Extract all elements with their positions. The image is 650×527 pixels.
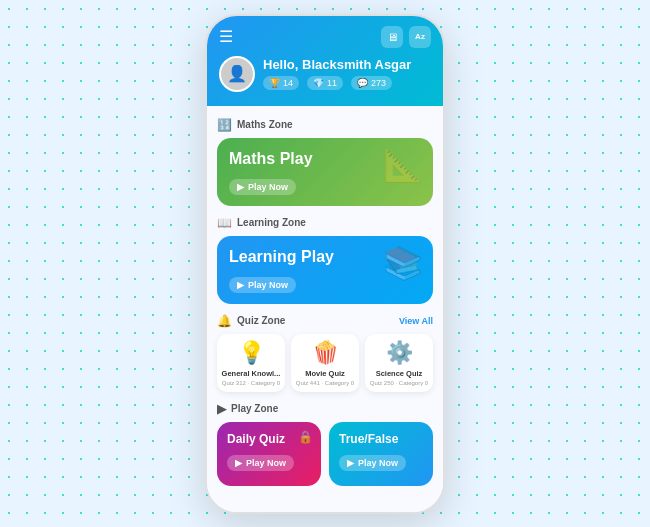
- phone-body: 🔢 Maths Zone Maths Play ▶ Play Now 📐 📖 L…: [207, 106, 443, 512]
- daily-play-icon: ▶: [235, 458, 242, 468]
- stats-row: 🏆 14 💎 11 💬 273: [263, 76, 411, 90]
- message-stat: 💬 273: [351, 76, 392, 90]
- daily-quiz-card[interactable]: Daily Quiz ▶ Play Now 🔒: [217, 422, 321, 486]
- general-quiz-sub: Quiz 312 · Category 0: [221, 380, 281, 386]
- quiz-zone-text: Quiz Zone: [237, 315, 285, 326]
- movie-quiz-icon: 🍿: [295, 340, 355, 366]
- quiz-card-movie[interactable]: 🍿 Movie Quiz Quiz 441 · Category 0: [291, 334, 359, 392]
- true-false-card[interactable]: True/False ▶ Play Now: [329, 422, 433, 486]
- avatar: 👤: [219, 56, 255, 92]
- true-false-play-button[interactable]: ▶ Play Now: [339, 455, 406, 471]
- view-all-button[interactable]: View All: [399, 316, 433, 326]
- play-zone-text: Play Zone: [231, 403, 278, 414]
- user-greeting: Hello, Blacksmith Asgar: [263, 57, 411, 72]
- learning-zone-label: 📖 Learning Zone: [217, 216, 433, 230]
- maths-zone-icon: 🔢: [217, 118, 232, 132]
- trophy-value: 14: [283, 78, 293, 88]
- trophy-stat: 🏆 14: [263, 76, 299, 90]
- play-zone-cards-row: Daily Quiz ▶ Play Now 🔒 True/False ▶ Pla…: [217, 422, 433, 486]
- true-false-play-label: Play Now: [358, 458, 398, 468]
- quiz-zone-label: 🔔 Quiz Zone: [217, 314, 285, 328]
- learning-zone-text: Learning Zone: [237, 217, 306, 228]
- avatar-emoji: 👤: [227, 64, 247, 83]
- quiz-card-science[interactable]: ⚙️ Science Quiz Quiz 250 · Category 0: [365, 334, 433, 392]
- learning-play-button[interactable]: ▶ Play Now: [229, 277, 296, 293]
- quiz-zone-header: 🔔 Quiz Zone View All: [217, 314, 433, 328]
- science-quiz-title: Science Quiz: [369, 369, 429, 378]
- daily-play-label: Play Now: [246, 458, 286, 468]
- science-quiz-icon: ⚙️: [369, 340, 429, 366]
- maths-play-label: Play Now: [248, 182, 288, 192]
- translate-icon: Az: [415, 32, 425, 41]
- learning-play-icon: ▶: [237, 280, 244, 290]
- true-false-title: True/False: [339, 432, 423, 446]
- quiz-card-general[interactable]: 💡 General Knowl... Quiz 312 · Category 0: [217, 334, 285, 392]
- movie-quiz-sub: Quiz 441 · Category 0: [295, 380, 355, 386]
- gem-icon: 💎: [313, 78, 324, 88]
- screen-button[interactable]: 🖥: [381, 26, 403, 48]
- phone-header: ☰ 🖥 Az 👤 Hello, Blacksmith Asgar 🏆 1: [207, 16, 443, 106]
- quiz-cards-row: 💡 General Knowl... Quiz 312 · Category 0…: [217, 334, 433, 392]
- translate-button[interactable]: Az: [409, 26, 431, 48]
- hamburger-icon[interactable]: ☰: [219, 27, 233, 46]
- maths-play-card[interactable]: Maths Play ▶ Play Now 📐: [217, 138, 433, 206]
- learning-play-card[interactable]: Learning Play ▶ Play Now 📚: [217, 236, 433, 304]
- learning-play-label: Play Now: [248, 280, 288, 290]
- learning-bg-icon: 📚: [383, 244, 423, 282]
- lock-icon: 🔒: [298, 430, 313, 444]
- maths-play-icon: ▶: [237, 182, 244, 192]
- maths-zone-label: 🔢 Maths Zone: [217, 118, 433, 132]
- learning-zone-icon: 📖: [217, 216, 232, 230]
- play-zone-label: ▶ Play Zone: [217, 402, 433, 416]
- general-quiz-icon: 💡: [221, 340, 281, 366]
- gem-value: 11: [327, 78, 337, 88]
- science-quiz-sub: Quiz 250 · Category 0: [369, 380, 429, 386]
- maths-zone-text: Maths Zone: [237, 119, 293, 130]
- message-value: 273: [371, 78, 386, 88]
- gem-stat: 💎 11: [307, 76, 343, 90]
- quiz-zone-icon: 🔔: [217, 314, 232, 328]
- phone-container: ☰ 🖥 Az 👤 Hello, Blacksmith Asgar 🏆 1: [205, 14, 445, 514]
- daily-quiz-play-button[interactable]: ▶ Play Now: [227, 455, 294, 471]
- trophy-icon: 🏆: [269, 78, 280, 88]
- play-zone-icon: ▶: [217, 402, 226, 416]
- screen-icon: 🖥: [387, 31, 398, 43]
- true-false-play-icon: ▶: [347, 458, 354, 468]
- maths-play-button[interactable]: ▶ Play Now: [229, 179, 296, 195]
- maths-bg-icon: 📐: [383, 146, 423, 184]
- message-icon: 💬: [357, 78, 368, 88]
- movie-quiz-title: Movie Quiz: [295, 369, 355, 378]
- general-quiz-title: General Knowl...: [221, 369, 281, 378]
